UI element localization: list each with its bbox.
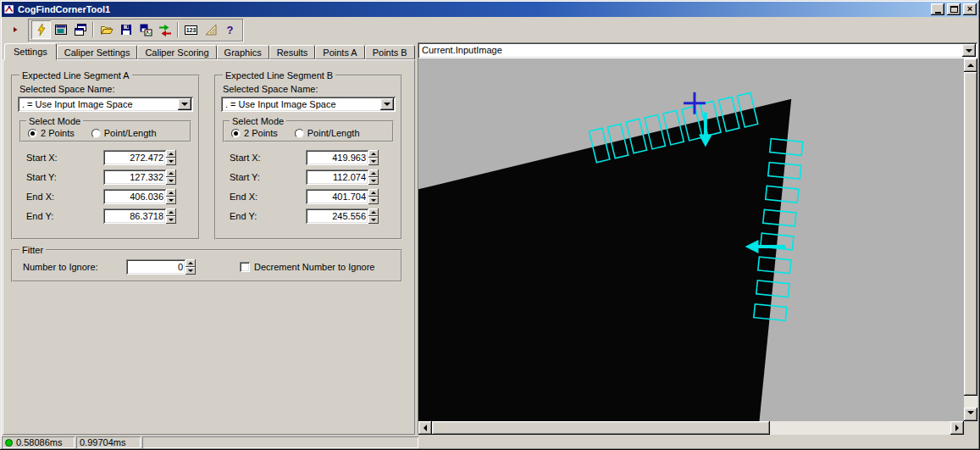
save-image-button[interactable] <box>136 20 155 39</box>
run-time-panel: 0.58086ms <box>2 436 75 448</box>
field-label: End Y: <box>26 211 103 221</box>
fitter-title: Fitter <box>19 245 46 255</box>
close-button[interactable]: × <box>963 3 977 15</box>
segment-b-end-y-input[interactable] <box>306 208 368 224</box>
segment-b-group: Expected Line Segment B Selected Space N… <box>214 70 402 240</box>
save-file-button[interactable] <box>116 20 136 39</box>
toolbar-frame: 123 ? <box>28 19 243 42</box>
segment-b-mode-pointlength-radio[interactable]: Point/Length <box>295 128 360 138</box>
main-area: Settings Caliper Settings Caliper Scorin… <box>2 42 978 435</box>
run-button[interactable] <box>7 20 24 39</box>
segment-a-end-y-input[interactable] <box>103 208 166 224</box>
help-button[interactable]: ? <box>220 20 240 39</box>
field-label: Start X: <box>26 153 103 163</box>
lightning-icon <box>35 23 48 36</box>
vertical-scrollbar[interactable] <box>964 58 977 421</box>
segment-a-mode-2points-radio[interactable]: 2 Points <box>28 128 75 138</box>
tab-results[interactable]: Results <box>269 45 316 59</box>
radio-icon <box>295 129 304 138</box>
float-display-button[interactable] <box>51 20 70 39</box>
segment-b-start-y-spinner[interactable] <box>368 169 379 185</box>
numeric-precision-button[interactable]: 123 <box>181 20 201 39</box>
tab-settings[interactable]: Settings <box>4 43 57 60</box>
segment-a-end-y-spinner[interactable] <box>166 208 176 224</box>
play-icon <box>12 23 19 36</box>
segment-a-end-x-spinner[interactable] <box>166 189 176 204</box>
transfer-button[interactable] <box>155 20 174 39</box>
tab-caliper-scoring[interactable]: Caliper Scoring <box>137 45 216 59</box>
radio-label: Point/Length <box>307 128 360 138</box>
save-icon <box>119 23 133 36</box>
segment-a-title: Expected Line Segment A <box>19 70 132 81</box>
chevron-down-icon[interactable] <box>962 44 976 57</box>
minimize-button[interactable] <box>931 3 944 15</box>
autorun-toggle-button[interactable] <box>31 20 51 39</box>
total-time-panel: 0.99704ms <box>76 436 141 448</box>
segment-b-end-y-spinner[interactable] <box>368 208 379 224</box>
chevron-down-icon[interactable] <box>380 98 394 110</box>
segment-b-end-x-input[interactable] <box>306 189 368 204</box>
segment-a-start-x-input[interactable] <box>103 150 166 165</box>
field-label: Start Y: <box>26 172 103 182</box>
segment-a-start-x-spinner[interactable] <box>166 150 176 165</box>
radio-label: 2 Points <box>244 128 278 138</box>
tab-strip: Settings Caliper Settings Caliper Scorin… <box>3 42 415 59</box>
segment-a-group: Expected Line Segment A Selected Space N… <box>11 70 200 240</box>
segment-a-end-x-input[interactable] <box>103 189 166 204</box>
segment-a-start-y-input[interactable] <box>103 169 166 185</box>
help-icon: ? <box>227 24 234 36</box>
segment-a-mode-pointlength-radio[interactable]: Point/Length <box>91 128 157 138</box>
field-label: End X: <box>230 192 306 202</box>
segment-a-space-combo[interactable]: . = Use Input Image Space <box>18 97 193 112</box>
ignore-count-input[interactable] <box>126 259 185 275</box>
measure-button[interactable] <box>201 20 220 39</box>
tab-caliper-settings[interactable]: Caliper Settings <box>57 45 138 59</box>
tab-points-a[interactable]: Points A <box>315 45 364 59</box>
cascade-windows-icon <box>74 23 87 36</box>
segment-b-start-x-input[interactable] <box>306 150 368 165</box>
scroll-down-button[interactable] <box>964 408 977 421</box>
horizontal-scrollbar[interactable] <box>418 421 964 435</box>
tab-graphics[interactable]: Graphics <box>217 45 269 59</box>
toolbar-separator <box>92 22 94 37</box>
scroll-up-button[interactable] <box>964 58 977 72</box>
field-label: End X: <box>26 192 103 202</box>
total-time-value: 0.99704ms <box>80 437 125 447</box>
field-row: End X: <box>230 188 379 204</box>
input-image-display[interactable] <box>418 58 964 421</box>
scroll-left-button[interactable] <box>418 421 432 435</box>
left-arrow-icon <box>420 425 427 431</box>
statusbar: 0.58086ms 0.99704ms <box>2 435 978 448</box>
scroll-right-button[interactable] <box>950 421 964 435</box>
segment-b-start-x-spinner[interactable] <box>368 150 379 165</box>
segment-b-mode-2points-radio[interactable]: 2 Points <box>231 128 278 138</box>
toolbar-separator <box>177 22 179 37</box>
image-source-combo[interactable]: Current.InputImage <box>418 42 977 58</box>
segment-a-space-value: . = Use Input Image Space <box>22 99 133 109</box>
tab-points-b[interactable]: Points B <box>365 45 415 59</box>
app-icon <box>3 3 15 15</box>
segment-b-space-label: Selected Space Name: <box>223 84 396 94</box>
field-row: End Y: <box>230 208 379 224</box>
status-ok-icon <box>5 439 13 447</box>
toolbar: 123 ? <box>2 17 978 42</box>
segment-a-start-y-spinner[interactable] <box>166 169 176 185</box>
field-row: End X: <box>26 188 176 204</box>
cascade-windows-button[interactable] <box>70 20 90 39</box>
decrement-checkbox[interactable] <box>240 262 250 272</box>
display-window-icon <box>54 23 68 36</box>
chevron-down-icon[interactable] <box>178 98 191 110</box>
fitter-row: Number to Ignore: Decrement Number to Ig… <box>23 259 389 275</box>
radio-icon <box>28 129 37 138</box>
segment-b-end-x-spinner[interactable] <box>368 189 379 204</box>
ignore-count-spinner[interactable] <box>185 259 196 275</box>
segment-b-start-y-input[interactable] <box>306 169 368 185</box>
open-file-button[interactable] <box>97 20 116 39</box>
maximize-button[interactable] <box>947 3 961 15</box>
horizontal-scroll-thumb[interactable] <box>432 421 770 435</box>
numbers-icon: 123 <box>185 25 198 35</box>
segment-b-space-combo[interactable]: . = Use Input Image Space <box>221 97 396 112</box>
ruler-icon <box>204 23 218 36</box>
vertical-scroll-thumb[interactable] <box>964 72 977 396</box>
radio-label: 2 Points <box>41 128 75 138</box>
